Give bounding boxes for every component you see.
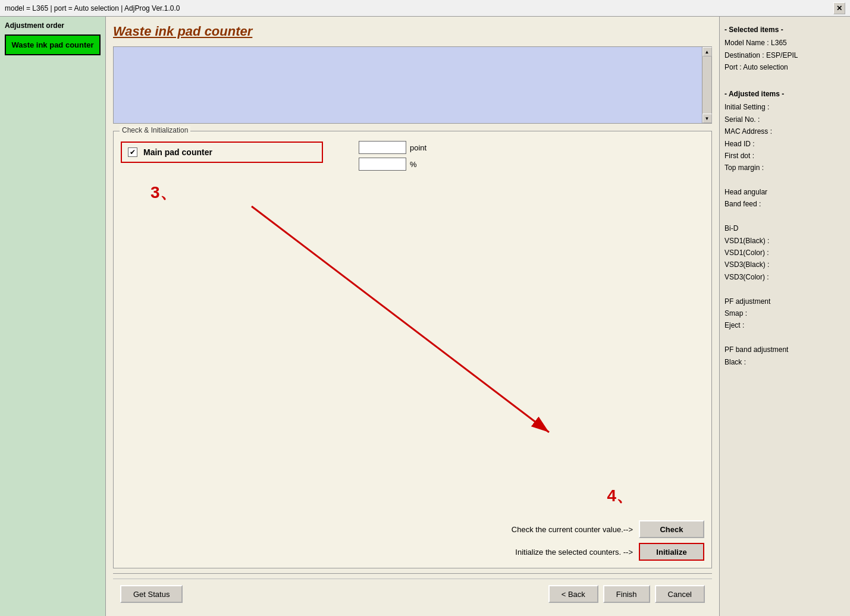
vsd1-color: VSD1(Color) :: [724, 247, 845, 259]
initialize-label: Initialize the selected counters. -->: [515, 548, 633, 557]
close-button[interactable]: ✕: [833, 2, 845, 14]
vsd3-black: VSD3(Black) :: [724, 259, 845, 271]
title-bar: model = L365 | port = Auto selection | A…: [0, 0, 850, 17]
percent-input-row: %: [359, 158, 426, 171]
top-margin: Top margin :: [724, 162, 845, 174]
check-initialization-group: Check & Initialization ✔ Main pad counte…: [113, 131, 712, 568]
right-sidebar: - Selected items - Model Name : L365 Des…: [719, 17, 850, 616]
mac-address: MAC Address :: [724, 125, 845, 137]
eject: Eject :: [724, 319, 845, 331]
initial-setting: Initial Setting :: [724, 101, 845, 113]
center-content: Waste ink pad counter ▲ ▼ Check & Initia…: [106, 17, 719, 616]
back-button[interactable]: < Back: [548, 585, 598, 603]
finish-button[interactable]: Finish: [603, 585, 650, 603]
annotation-4: 4、: [607, 485, 633, 507]
footer-center-buttons: < Back Finish Cancel: [548, 585, 705, 603]
black: Black :: [724, 356, 845, 368]
title-bar-text: model = L365 | port = Auto selection | A…: [5, 4, 180, 12]
scroll-down-arrow[interactable]: ▼: [702, 114, 712, 123]
cancel-button[interactable]: Cancel: [655, 585, 705, 603]
destination: Destination : ESP/EPIL: [724, 49, 845, 61]
pf-band-adjustment: PF band adjustment: [724, 344, 845, 356]
main-pad-label: Main pad counter: [143, 147, 212, 157]
bi-d: Bi-D: [724, 222, 845, 234]
point-input[interactable]: [359, 141, 406, 154]
point-input-row: point: [359, 141, 426, 154]
footer-divider: [113, 573, 712, 574]
main-window: model = L365 | port = Auto selection | A…: [0, 0, 850, 616]
vsd3-color: VSD3(Color) :: [724, 271, 845, 283]
point-label: point: [410, 143, 426, 152]
log-area: ▲ ▼: [113, 46, 712, 124]
percent-input[interactable]: [359, 158, 406, 171]
vsd1-black: VSD1(Black) :: [724, 235, 845, 247]
svg-line-1: [252, 206, 549, 432]
first-dot: First dot :: [724, 150, 845, 162]
percent-label: %: [410, 160, 417, 169]
main-pad-checkbox[interactable]: ✔: [128, 147, 137, 157]
get-status-button[interactable]: Get Status: [120, 585, 183, 603]
initialize-action-row: Initialize the selected counters. --> In…: [515, 543, 704, 561]
check-action-row: Check the current counter value.--> Chec…: [512, 520, 704, 538]
smap: Smap :: [724, 307, 845, 319]
port: Port : Auto selection: [724, 61, 845, 73]
group-label: Check & Initialization: [120, 126, 190, 134]
main-pad-counter-row: ✔ Main pad counter: [121, 142, 323, 163]
head-id: Head ID :: [724, 138, 845, 150]
scroll-up-arrow[interactable]: ▲: [702, 47, 712, 56]
sidebar-item-waste-ink[interactable]: Waste ink pad counter: [5, 34, 101, 55]
bottom-actions: Check the current counter value.--> Chec…: [121, 520, 704, 561]
head-angular: Head angular: [724, 186, 845, 198]
check-current-label: Check the current counter value.-->: [512, 525, 633, 534]
footer: Get Status < Back Finish Cancel: [113, 579, 712, 609]
left-sidebar: Adjustment order Waste ink pad counter: [0, 17, 106, 616]
initialize-button[interactable]: Initialize: [639, 543, 704, 561]
main-layout: Adjustment order Waste ink pad counter W…: [0, 17, 850, 616]
log-scrollbar[interactable]: ▲ ▼: [702, 47, 711, 123]
pf-adjustment: PF adjustment: [724, 296, 845, 307]
model-name: Model Name : L365: [724, 37, 845, 49]
page-title: Waste ink pad counter: [113, 24, 712, 39]
annotation-3: 3、: [150, 181, 704, 204]
adjusted-items-header: - Adjusted items -: [724, 88, 845, 100]
band-feed: Band feed :: [724, 198, 845, 210]
check-button[interactable]: Check: [639, 520, 704, 538]
sidebar-title: Adjustment order: [5, 21, 101, 30]
selected-items-header: - Selected items -: [724, 24, 845, 36]
serial-no: Serial No. :: [724, 114, 845, 125]
